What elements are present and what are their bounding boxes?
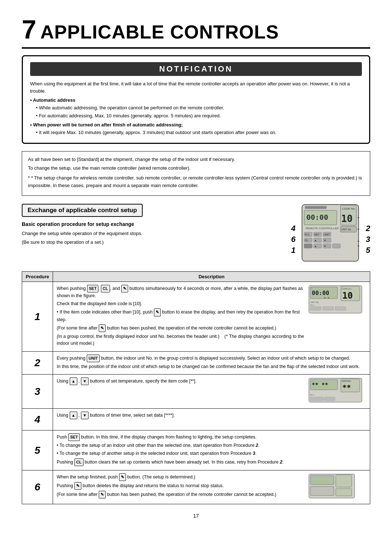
desc-p: • If the item code indicates other than …: [57, 308, 305, 323]
num-label-4: 4: [291, 224, 295, 233]
desc-text-6: When the setup finished, push ✎ button. …: [57, 473, 305, 500]
svg-text:▼: ▼: [324, 245, 326, 247]
desc-p: Every pushing UNIT button, the indoor un…: [57, 355, 366, 362]
svg-text:▲: ▲: [314, 245, 317, 247]
desc-p: In this time, the position of the indoor…: [57, 363, 366, 370]
procedure-table: Procedure Description 1 When pushing SET…: [22, 271, 370, 504]
rc-diagram-area: 00:00 CODE No. 10 UNIT No. REMOTE CONTRO…: [290, 204, 370, 266]
notification-header: NOTIFICATION: [30, 62, 362, 76]
desc-img-3: ** ** CODE No. UNIT No. ** R.C. No.: [308, 377, 366, 405]
info-line-3: * * The setup change for wireless remote…: [28, 174, 364, 190]
svg-text:UNIT No.: UNIT No.: [310, 301, 319, 303]
list-item: While automatic addressing, the operatio…: [36, 104, 362, 112]
desc-p: Pushing ✎ button deletes the display and…: [57, 482, 305, 490]
mini-rc-svg-1: * 00:00 ≋ ≋ CODE No. 10 UNIT No. R.C.: [308, 285, 363, 314]
auto-address-title: • Automatic address: [30, 97, 362, 103]
svg-text:*: *: [311, 287, 312, 290]
svg-rect-27: [332, 244, 340, 248]
table-row: 5 Push SET button. In this time, if the …: [22, 430, 370, 470]
desc-p: (In a group control, the firstly display…: [57, 333, 305, 347]
info-line-1: As all have been set to [Standard] at th…: [28, 156, 364, 163]
svg-rect-43: [323, 307, 334, 310]
table-row: 6 When the setup finished, push ✎ button…: [22, 470, 370, 504]
svg-rect-1: [305, 206, 327, 209]
table-row: 1 When pushing SET, CL, and ✎ buttons si…: [22, 282, 370, 351]
desc-p: (For some time after ✎ button has been p…: [57, 324, 305, 332]
svg-text:**: **: [342, 383, 351, 392]
exchange-title: Exchange of applicable control setup: [22, 204, 143, 217]
desc-p: Pushing CL button clears the set up cont…: [57, 458, 366, 466]
desc-cell-3: Using ▲ , ▼ buttons of set temperature, …: [53, 375, 370, 408]
page-title: 7APPLICABLE CONTROLS: [22, 15, 370, 49]
desc-p: Using ▲ , ▼ buttons of timer time, selec…: [57, 412, 366, 419]
proc-num-6: 6: [22, 470, 53, 504]
chapter-number: 7: [22, 15, 37, 44]
page-container: 7APPLICABLE CONTROLS NOTIFICATION When u…: [22, 15, 370, 519]
desc-img-6: [308, 473, 366, 501]
svg-text:UNIT No.: UNIT No.: [341, 228, 352, 231]
svg-text:10: 10: [342, 291, 353, 301]
svg-text:** **: ** **: [312, 382, 328, 388]
desc-p: (For some time after ✎ button has been p…: [57, 491, 305, 498]
svg-rect-60: [336, 489, 352, 496]
col-description: Description: [53, 271, 370, 282]
info-box: As all have been set to [Standard] at th…: [22, 151, 370, 196]
svg-text:≋ ≋: ≋ ≋: [324, 296, 330, 299]
num-label-2: 2: [366, 224, 370, 233]
change-text-1: Change the setup while operation of the …: [22, 230, 283, 238]
desc-cell-1: When pushing SET, CL, and ✎ buttons simu…: [53, 282, 370, 351]
page-number: 17: [22, 513, 370, 519]
chapter-title: APPLICABLE CONTROLS: [40, 21, 279, 43]
svg-rect-22: [304, 244, 312, 248]
desc-cell-6: When the setup finished, push ✎ button. …: [53, 470, 370, 504]
auto-address-list: While automatic addressing, the operatio…: [30, 104, 362, 119]
svg-text:UNIT: UNIT: [324, 233, 330, 236]
list-item: For automatic addressing, Max. 10 minute…: [36, 112, 362, 120]
notification-box: NOTIFICATION When using the equipment at…: [22, 55, 370, 144]
svg-rect-59: [310, 486, 334, 496]
notification-intro: When using the equipment at the first ti…: [30, 80, 362, 94]
svg-text:R.C.: R.C.: [305, 233, 310, 236]
mini-rc-svg-3: ** ** CODE No. UNIT No. ** R.C. No.: [308, 377, 363, 403]
power-on-list: It will require Max. 10 minutes (general…: [30, 129, 362, 136]
proc-num-3: 3: [22, 375, 53, 408]
svg-text:UNIT No.: UNIT No.: [342, 380, 351, 382]
svg-text:10: 10: [341, 213, 352, 224]
change-text-2: (Be sure to stop the operation of a set.…: [22, 239, 283, 246]
svg-rect-55: [324, 397, 335, 401]
basic-op-title: Basic operation procedure for setup exch…: [22, 221, 283, 227]
section-left: Exchange of applicable control setup Bas…: [22, 204, 283, 248]
svg-rect-44: [335, 307, 346, 310]
svg-text:00:00: 00:00: [312, 290, 329, 296]
col-procedure: Procedure: [22, 271, 53, 282]
table-row: 3 Using ▲ , ▼ buttons of set temperature…: [22, 375, 370, 408]
rc-diagram-svg: 00:00 CODE No. 10 UNIT No. REMOTE CONTRO…: [301, 204, 359, 262]
desc-text-3: Using ▲ , ▼ buttons of set temperature, …: [57, 377, 305, 386]
svg-text:R.C.: R.C.: [310, 304, 315, 306]
svg-text:R.C.: R.C.: [310, 394, 315, 396]
proc-num-4: 4: [22, 408, 53, 430]
info-line-2: To change the setup, use the main remote…: [28, 165, 364, 172]
power-on-title: • When power will be turned on after fin…: [30, 122, 362, 128]
svg-rect-42: [310, 307, 321, 310]
svg-text:00:00: 00:00: [306, 213, 328, 222]
svg-rect-54: [310, 397, 323, 401]
rc-diagram-wrapper: 00:00 CODE No. 10 UNIT No. REMOTE CONTRO…: [290, 204, 370, 266]
desc-row-1: When pushing SET, CL, and ✎ buttons simu…: [57, 285, 366, 348]
svg-text:CL: CL: [305, 239, 308, 242]
svg-rect-57: [310, 476, 334, 485]
svg-text:▼: ▼: [324, 239, 326, 242]
power-on-section: • When power will be turned on after fin…: [30, 122, 362, 136]
desc-text-1: When pushing SET, CL, and ✎ buttons simu…: [57, 285, 305, 348]
desc-p: • To change the setup of another setup i…: [57, 450, 366, 457]
proc-num-1: 1: [22, 282, 53, 351]
desc-p: • To change the setup of an indoor unit …: [57, 442, 366, 449]
desc-row-3: Using ▲ , ▼ buttons of set temperature, …: [57, 377, 366, 405]
svg-rect-58: [336, 475, 352, 487]
svg-text:CODE No.: CODE No.: [342, 288, 352, 290]
desc-p: Push SET button. In this time, if the di…: [57, 433, 366, 441]
desc-p: Using ▲ , ▼ buttons of set temperature, …: [57, 377, 305, 385]
table-row: 2 Every pushing UNIT button, the indoor …: [22, 351, 370, 374]
list-item: It will require Max. 10 minutes (general…: [36, 129, 362, 136]
svg-text:CODE No.: CODE No.: [342, 207, 356, 210]
